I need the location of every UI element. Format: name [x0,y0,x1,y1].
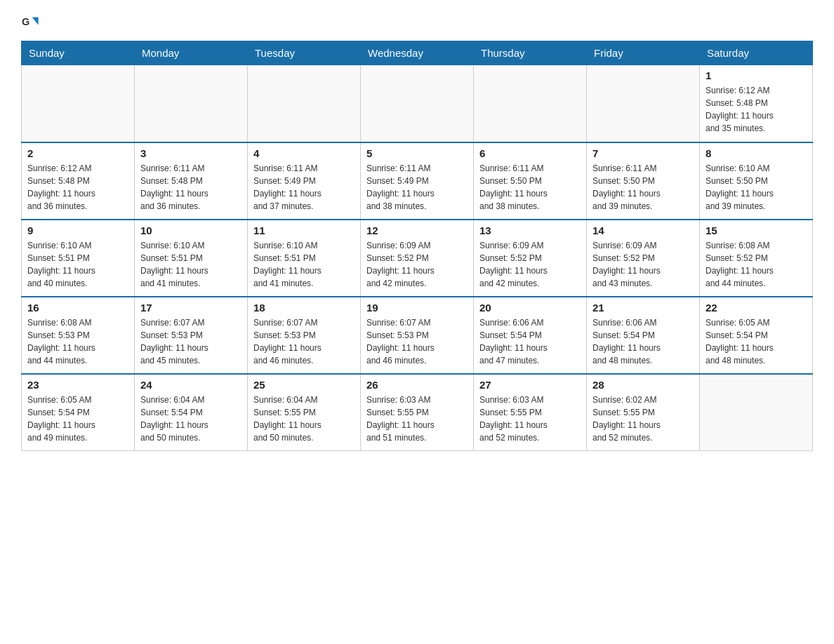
calendar-table: SundayMondayTuesdayWednesdayThursdayFrid… [21,41,813,451]
day-info: Sunrise: 6:03 AM Sunset: 5:55 PM Dayligh… [366,394,468,444]
logo: G [21,14,44,34]
day-info: Sunrise: 6:09 AM Sunset: 5:52 PM Dayligh… [479,239,581,290]
calendar-cell: 5Sunrise: 6:11 AM Sunset: 5:49 PM Daylig… [361,142,474,220]
week-row-2: 2Sunrise: 6:12 AM Sunset: 5:48 PM Daylig… [22,142,813,220]
day-info: Sunrise: 6:11 AM Sunset: 5:50 PM Dayligh… [479,162,581,213]
calendar-cell: 1Sunrise: 6:12 AM Sunset: 5:48 PM Daylig… [700,65,813,142]
day-info: Sunrise: 6:02 AM Sunset: 5:55 PM Dayligh… [593,394,694,444]
calendar-cell: 16Sunrise: 6:08 AM Sunset: 5:53 PM Dayli… [22,297,135,374]
calendar-cell [135,65,248,142]
week-row-4: 16Sunrise: 6:08 AM Sunset: 5:53 PM Dayli… [22,297,813,374]
svg-text:G: G [22,16,29,27]
day-number: 4 [253,147,355,159]
weekday-header-saturday: Saturday [700,41,813,65]
day-info: Sunrise: 6:10 AM Sunset: 5:51 PM Dayligh… [140,239,241,290]
day-number: 24 [140,379,241,391]
day-number: 16 [27,302,128,314]
day-info: Sunrise: 6:06 AM Sunset: 5:54 PM Dayligh… [593,316,694,367]
day-number: 26 [366,379,468,391]
calendar-cell: 15Sunrise: 6:08 AM Sunset: 5:52 PM Dayli… [700,220,813,297]
day-number: 19 [366,302,468,314]
day-number: 13 [479,224,581,236]
weekday-header-friday: Friday [587,41,700,65]
calendar-cell: 26Sunrise: 6:03 AM Sunset: 5:55 PM Dayli… [361,374,474,451]
day-number: 8 [706,147,807,159]
calendar-cell: 23Sunrise: 6:05 AM Sunset: 5:54 PM Dayli… [22,374,135,451]
calendar-cell: 22Sunrise: 6:05 AM Sunset: 5:54 PM Dayli… [700,297,813,374]
day-number: 15 [706,224,807,236]
day-number: 10 [140,224,241,236]
day-info: Sunrise: 6:05 AM Sunset: 5:54 PM Dayligh… [706,316,807,367]
page-header: G [21,14,813,34]
calendar-cell [587,65,700,142]
day-number: 9 [27,224,128,236]
day-number: 18 [253,302,355,314]
calendar-cell [361,65,474,142]
calendar-cell: 9Sunrise: 6:10 AM Sunset: 5:51 PM Daylig… [22,220,135,297]
day-number: 3 [140,147,241,159]
calendar-cell: 2Sunrise: 6:12 AM Sunset: 5:48 PM Daylig… [22,142,135,220]
day-info: Sunrise: 6:10 AM Sunset: 5:51 PM Dayligh… [27,239,128,290]
calendar-cell: 6Sunrise: 6:11 AM Sunset: 5:50 PM Daylig… [474,142,587,220]
day-number: 7 [593,147,694,159]
day-info: Sunrise: 6:04 AM Sunset: 5:55 PM Dayligh… [253,394,355,444]
day-info: Sunrise: 6:11 AM Sunset: 5:49 PM Dayligh… [366,162,468,213]
calendar-cell: 7Sunrise: 6:11 AM Sunset: 5:50 PM Daylig… [587,142,700,220]
day-number: 28 [593,379,694,391]
weekday-header-wednesday: Wednesday [361,41,474,65]
day-info: Sunrise: 6:08 AM Sunset: 5:53 PM Dayligh… [27,316,128,367]
calendar-cell: 14Sunrise: 6:09 AM Sunset: 5:52 PM Dayli… [587,220,700,297]
calendar-cell: 8Sunrise: 6:10 AM Sunset: 5:50 PM Daylig… [700,142,813,220]
calendar-cell: 18Sunrise: 6:07 AM Sunset: 5:53 PM Dayli… [248,297,361,374]
day-info: Sunrise: 6:10 AM Sunset: 5:50 PM Dayligh… [706,162,807,213]
day-info: Sunrise: 6:11 AM Sunset: 5:50 PM Dayligh… [593,162,694,213]
day-info: Sunrise: 6:07 AM Sunset: 5:53 PM Dayligh… [366,316,468,367]
day-info: Sunrise: 6:09 AM Sunset: 5:52 PM Dayligh… [593,239,694,290]
calendar-cell: 27Sunrise: 6:03 AM Sunset: 5:55 PM Dayli… [474,374,587,451]
calendar-cell: 12Sunrise: 6:09 AM Sunset: 5:52 PM Dayli… [361,220,474,297]
calendar-cell: 4Sunrise: 6:11 AM Sunset: 5:49 PM Daylig… [248,142,361,220]
day-number: 21 [593,302,694,314]
week-row-1: 1Sunrise: 6:12 AM Sunset: 5:48 PM Daylig… [22,65,813,142]
day-number: 6 [479,147,581,159]
week-row-5: 23Sunrise: 6:05 AM Sunset: 5:54 PM Dayli… [22,374,813,451]
day-number: 11 [253,224,355,236]
calendar-cell: 3Sunrise: 6:11 AM Sunset: 5:48 PM Daylig… [135,142,248,220]
day-info: Sunrise: 6:11 AM Sunset: 5:49 PM Dayligh… [253,162,355,213]
day-info: Sunrise: 6:05 AM Sunset: 5:54 PM Dayligh… [27,394,128,444]
day-info: Sunrise: 6:10 AM Sunset: 5:51 PM Dayligh… [253,239,355,290]
calendar-cell [248,65,361,142]
weekday-header-tuesday: Tuesday [248,41,361,65]
day-number: 27 [479,379,581,391]
day-number: 2 [27,147,128,159]
weekday-header-monday: Monday [135,41,248,65]
day-number: 20 [479,302,581,314]
calendar-cell: 11Sunrise: 6:10 AM Sunset: 5:51 PM Dayli… [248,220,361,297]
day-info: Sunrise: 6:08 AM Sunset: 5:52 PM Dayligh… [706,239,807,290]
day-info: Sunrise: 6:11 AM Sunset: 5:48 PM Dayligh… [140,162,241,213]
day-info: Sunrise: 6:09 AM Sunset: 5:52 PM Dayligh… [366,239,468,290]
calendar-cell [700,374,813,451]
day-number: 5 [366,147,468,159]
day-number: 12 [366,224,468,236]
calendar-cell [22,65,135,142]
week-row-3: 9Sunrise: 6:10 AM Sunset: 5:51 PM Daylig… [22,220,813,297]
day-info: Sunrise: 6:12 AM Sunset: 5:48 PM Dayligh… [706,84,807,135]
calendar-cell: 21Sunrise: 6:06 AM Sunset: 5:54 PM Dayli… [587,297,700,374]
day-number: 17 [140,302,241,314]
calendar-cell: 13Sunrise: 6:09 AM Sunset: 5:52 PM Dayli… [474,220,587,297]
day-info: Sunrise: 6:12 AM Sunset: 5:48 PM Dayligh… [27,162,128,213]
calendar-cell: 17Sunrise: 6:07 AM Sunset: 5:53 PM Dayli… [135,297,248,374]
calendar-cell: 20Sunrise: 6:06 AM Sunset: 5:54 PM Dayli… [474,297,587,374]
svg-marker-1 [32,17,39,25]
calendar-cell: 28Sunrise: 6:02 AM Sunset: 5:55 PM Dayli… [587,374,700,451]
day-info: Sunrise: 6:03 AM Sunset: 5:55 PM Dayligh… [479,394,581,444]
calendar-cell [474,65,587,142]
day-number: 14 [593,224,694,236]
day-info: Sunrise: 6:06 AM Sunset: 5:54 PM Dayligh… [479,316,581,367]
calendar-cell: 19Sunrise: 6:07 AM Sunset: 5:53 PM Dayli… [361,297,474,374]
day-number: 23 [27,379,128,391]
calendar-cell: 10Sunrise: 6:10 AM Sunset: 5:51 PM Dayli… [135,220,248,297]
calendar-cell: 25Sunrise: 6:04 AM Sunset: 5:55 PM Dayli… [248,374,361,451]
day-info: Sunrise: 6:04 AM Sunset: 5:54 PM Dayligh… [140,394,241,444]
